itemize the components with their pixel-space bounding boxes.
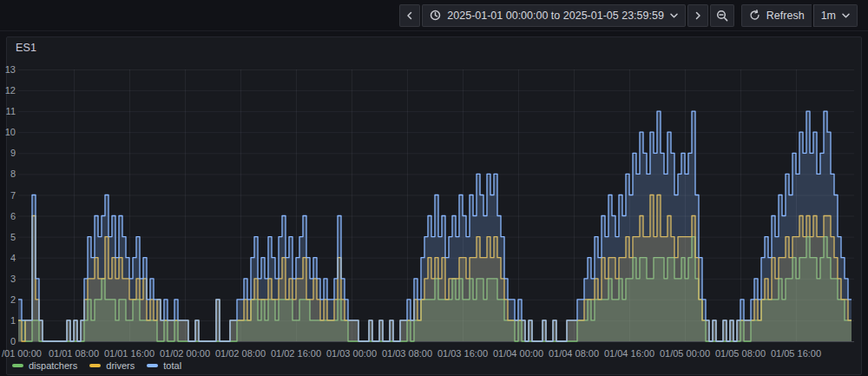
legend-item-dispatchers[interactable]: dispatchers [12, 360, 77, 371]
panel-es1 [6, 36, 862, 375]
chevron-down-icon [670, 13, 678, 18]
time-shift-back-button[interactable] [399, 4, 420, 27]
grafana-dashboard: 2025-01-01 00:00:00 to 2025-01-05 23:59:… [0, 0, 868, 376]
dashboard-toolbar: 2025-01-01 00:00:00 to 2025-01-05 23:59:… [0, 0, 868, 31]
legend-swatch-drivers [89, 364, 101, 367]
legend-swatch-dispatchers [12, 364, 23, 367]
panel-title[interactable]: ES1 [16, 42, 36, 54]
legend: dispatchers drivers total [12, 360, 181, 371]
legend-swatch-total [147, 364, 158, 367]
legend-label: drivers [106, 360, 135, 371]
zoom-out-button[interactable] [710, 4, 734, 27]
zoom-out-icon [716, 10, 728, 22]
clock-icon [430, 10, 441, 21]
legend-item-drivers[interactable]: drivers [89, 360, 135, 371]
refresh-controls: Refresh 1m [741, 4, 858, 27]
refresh-icon [749, 10, 760, 21]
time-range-picker[interactable]: 2025-01-01 00:00:00 to 2025-01-05 23:59:… [422, 4, 686, 27]
refresh-interval-value: 1m [821, 10, 836, 22]
chevron-right-icon [694, 11, 702, 20]
refresh-label: Refresh [766, 10, 805, 22]
chevron-down-icon [842, 13, 850, 18]
time-shift-forward-button[interactable] [687, 4, 708, 27]
chevron-left-icon [405, 11, 414, 20]
legend-item-total[interactable]: total [147, 360, 181, 371]
time-range-text: 2025-01-01 00:00:00 to 2025-01-05 23:59:… [447, 10, 664, 22]
legend-label: total [163, 360, 181, 371]
refresh-button[interactable]: Refresh [741, 4, 812, 27]
refresh-interval-dropdown[interactable]: 1m [813, 4, 858, 27]
legend-label: dispatchers [29, 360, 77, 371]
time-controls: 2025-01-01 00:00:00 to 2025-01-05 23:59:… [399, 4, 734, 27]
